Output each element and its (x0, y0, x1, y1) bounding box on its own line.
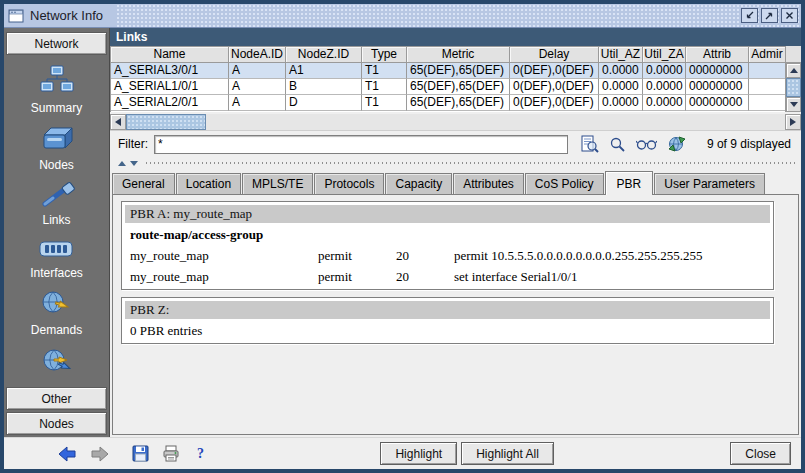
sidebar-other-button[interactable]: Other (6, 387, 107, 410)
tab-location[interactable]: Location (176, 173, 241, 194)
cell-admin (749, 63, 785, 79)
sidebar-network-button[interactable]: Network (6, 32, 107, 55)
tab-capacity[interactable]: Capacity (385, 173, 452, 194)
column-header-name[interactable]: Name (111, 46, 229, 63)
tab-protocols[interactable]: Protocols (314, 173, 384, 194)
scroll-down-button[interactable] (786, 97, 801, 112)
back-button[interactable] (58, 446, 77, 462)
cell-type: T1 (362, 79, 407, 95)
vertical-scroll-thumb[interactable] (786, 78, 801, 97)
horizontal-scroll-thumb[interactable] (126, 114, 206, 130)
highlight-all-button[interactable]: Highlight All (461, 442, 554, 465)
tab-mpls-te[interactable]: MPLS/TE (242, 173, 313, 194)
scroll-right-button[interactable] (785, 114, 801, 130)
pbr-a-panel: PBR A: my_route_map route-map/access-gro… (121, 201, 774, 290)
cell-metric: 65(DEF),65(DEF) (407, 79, 510, 95)
column-header-util-za[interactable]: Util_ZA (643, 46, 686, 63)
table-vertical-scrollbar[interactable] (785, 46, 801, 112)
right-arrow-icon (790, 118, 796, 126)
up-arrow-icon (790, 68, 798, 73)
close-dialog-button[interactable]: Close (730, 442, 791, 465)
cell-type: T1 (362, 63, 407, 79)
cell-nodea: A (229, 95, 286, 111)
route-map-action: permit (318, 248, 396, 264)
cell-nodea: A (229, 63, 286, 79)
sidebar-nodes-button[interactable]: Nodes (6, 412, 107, 435)
sidebar-items: Summary Nodes (6, 57, 107, 387)
cell-attrib: 00000000 (686, 79, 749, 95)
cell-type: T1 (362, 95, 407, 111)
cell-metric: 65(DEF),65(DEF) (407, 95, 510, 111)
horizontal-scroll-track[interactable] (206, 114, 785, 130)
pbr-a-header: PBR A: my_route_map (125, 205, 770, 223)
cell-nodea: A (229, 79, 286, 95)
demands-icon (38, 289, 74, 319)
route-map-detail: permit 10.5.5.5.0.0.0.0.0.0.0.0.255.255.… (454, 248, 767, 264)
minimize-button[interactable] (741, 8, 758, 23)
pbr-entry: my_route_map permit 20 permit 10.5.5.5.0… (124, 245, 771, 266)
collapse-down-icon[interactable] (130, 161, 138, 166)
pbr-entry: my_route_map permit 20 set interface Ser… (124, 266, 771, 287)
print-button[interactable] (162, 445, 180, 462)
nodes-icon (39, 124, 75, 154)
back-arrow-icon (58, 446, 77, 462)
column-header-type[interactable]: Type (362, 46, 407, 63)
cell-attrib: 00000000 (686, 95, 749, 111)
detail-tabs: General Location MPLS/TE Protocols Capac… (110, 169, 801, 194)
column-header-attrib[interactable]: Attrib (686, 46, 749, 63)
save-button[interactable] (132, 445, 149, 462)
column-header-metric[interactable]: Metric (407, 46, 510, 63)
route-map-action: permit (318, 269, 396, 285)
collapse-up-icon[interactable] (118, 161, 126, 166)
refresh-network-icon[interactable] (667, 135, 687, 153)
summary-icon (38, 65, 76, 97)
scrollbar-corner (786, 46, 801, 63)
split-pane-divider[interactable] (110, 157, 801, 169)
cell-util-za: 0.0000 (643, 95, 686, 111)
left-arrow-icon (115, 118, 121, 126)
table-horizontal-scrollbar[interactable] (110, 114, 801, 131)
forward-button[interactable] (90, 446, 109, 462)
table-row[interactable]: A_SERIAL1/0/1 A B T1 65(DEF),65(DEF) 0(D… (111, 79, 785, 95)
tab-cos-policy[interactable]: CoS Policy (525, 173, 604, 194)
sidebar-item-tunnels[interactable] (39, 346, 75, 380)
sidebar-item-summary[interactable]: Summary (31, 65, 82, 115)
sidebar-item-label: Interfaces (30, 266, 83, 280)
search-icon[interactable] (609, 136, 626, 153)
column-header-delay[interactable]: Delay (510, 46, 599, 63)
report-icon[interactable] (580, 135, 599, 153)
cell-util-az: 0.0000 (599, 63, 643, 79)
scroll-up-button[interactable] (786, 63, 801, 78)
maximize-button[interactable] (761, 8, 778, 23)
tab-attributes[interactable]: Attributes (453, 173, 524, 194)
help-button[interactable]: ? (197, 446, 204, 462)
close-button[interactable] (781, 8, 798, 23)
pbr-z-body: 0 PBR entries (124, 320, 771, 341)
sidebar-item-label: Nodes (39, 158, 74, 172)
cell-nodez: D (286, 95, 362, 111)
sidebar-item-demands[interactable]: Demands (31, 289, 82, 337)
highlight-button[interactable]: Highlight (380, 442, 457, 465)
titlebar-left: Network Info (4, 4, 117, 27)
filter-input[interactable] (154, 135, 568, 154)
titlebar[interactable]: Network Info (4, 4, 801, 28)
column-header-util-az[interactable]: Util_AZ (599, 46, 643, 63)
table-row[interactable]: A_SERIAL2/0/1 A D T1 65(DEF),65(DEF) 0(D… (111, 95, 785, 111)
sidebar-item-links[interactable]: Links (39, 181, 75, 227)
maximize-icon (764, 10, 775, 21)
titlebar-drag-area[interactable] (117, 4, 741, 27)
tab-general[interactable]: General (112, 173, 175, 194)
column-header-nodea-id[interactable]: NodeA.ID (229, 46, 286, 63)
column-header-nodez-id[interactable]: NodeZ.ID (286, 46, 362, 63)
sidebar-item-interfaces[interactable]: Interfaces (30, 236, 83, 280)
advanced-search-icon[interactable] (636, 137, 657, 151)
route-map-name: my_route_map (130, 248, 318, 264)
tab-user-parameters[interactable]: User Parameters (654, 173, 765, 194)
sidebar-item-nodes[interactable]: Nodes (39, 124, 75, 172)
column-header-admin[interactable]: Admir (749, 46, 785, 63)
close-icon (784, 10, 795, 21)
tab-pbr[interactable]: PBR (605, 171, 654, 195)
scroll-left-button[interactable] (110, 114, 126, 130)
table-row-selected[interactable]: A_SERIAL3/0/1 A A1 T1 65(DEF),65(DEF) 0(… (111, 63, 785, 79)
filter-label: Filter: (118, 137, 148, 151)
